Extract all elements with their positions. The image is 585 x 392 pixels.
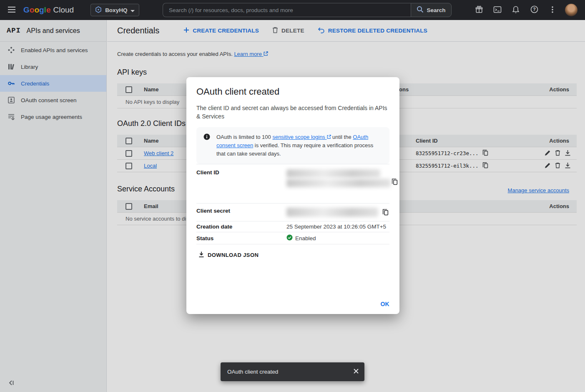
- sensitive-scope-logins-link[interactable]: sensitive scope logins: [272, 134, 331, 140]
- client-secret-redacted-value: [286, 208, 378, 218]
- oauth-client-created-dialog: OAuth client created The client ID and s…: [186, 77, 399, 314]
- creation-date-label: Creation date: [196, 224, 286, 230]
- client-secret-row: Client secret: [196, 203, 389, 221]
- google-cloud-console: GoogleCloud BoxyHQ Search ? API APIs and…: [0, 0, 585, 392]
- dialog-title: OAuth client created: [196, 86, 389, 97]
- download-json-button[interactable]: DOWNLOAD JSON: [196, 249, 260, 261]
- oauth-limit-notice: OAuth is limited to 100 sensitive scope …: [196, 127, 389, 164]
- snackbar: OAuth client created: [221, 362, 364, 381]
- copy-icon: [392, 178, 398, 186]
- copy-client-id-button[interactable]: [391, 177, 399, 187]
- snackbar-close-button[interactable]: [348, 364, 364, 380]
- download-icon: [198, 251, 205, 259]
- status-check-icon: [286, 234, 293, 242]
- status-value: Enabled: [295, 235, 316, 241]
- copy-client-secret-button[interactable]: [382, 208, 389, 218]
- client-secret-label: Client secret: [196, 208, 286, 218]
- ok-button[interactable]: OK: [380, 301, 389, 307]
- creation-date-value: 25 September 2023 at 10:26:05 GMT+5: [286, 224, 386, 230]
- external-link-icon: [327, 134, 331, 140]
- notice-text: OAuth is limited to 100 sensitive scope …: [216, 133, 383, 158]
- client-id-row: Client ID: [196, 164, 389, 203]
- creation-date-row: Creation date 25 September 2023 at 10:26…: [196, 221, 389, 232]
- snackbar-message: OAuth client created: [227, 369, 278, 375]
- dialog-body-text: The client ID and secret can always be a…: [196, 104, 389, 121]
- copy-icon: [382, 209, 389, 217]
- client-id-label: Client ID: [196, 169, 286, 187]
- info-icon: [203, 133, 211, 158]
- status-label: Status: [196, 235, 286, 241]
- close-icon: [353, 368, 359, 375]
- status-row: Status Enabled: [196, 232, 389, 244]
- client-id-redacted-value: [286, 169, 391, 187]
